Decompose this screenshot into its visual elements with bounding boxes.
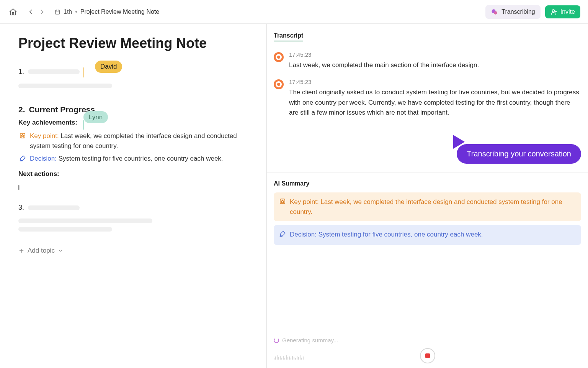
topbar-left: 1th • Project Review Meeting Note	[8, 7, 159, 17]
keypoint-icon	[279, 198, 286, 217]
nav-arrows	[25, 7, 47, 17]
next-actions-label: Next actions:	[18, 170, 248, 178]
placeholder-line	[28, 205, 80, 210]
home-icon[interactable]	[8, 7, 18, 17]
transcript-item[interactable]: 17:45:23 Last week, we completed the mai…	[274, 51, 581, 70]
collab-badge-david: David	[95, 61, 122, 73]
avatar	[274, 79, 284, 89]
generating-status: Generating summay...	[274, 337, 338, 343]
breadcrumb-separator: •	[75, 8, 77, 15]
placeholder-line	[18, 227, 112, 232]
collab-cursor	[83, 120, 84, 130]
stop-icon	[425, 353, 430, 358]
summary-keypoint-card[interactable]: Key point: Last week, we completed the i…	[274, 192, 581, 221]
transcribing-callout: Transcribing your conversation	[457, 144, 581, 164]
transcribing-icon	[491, 8, 498, 16]
svg-point-3	[552, 10, 554, 12]
transcript-text: The client originally asked us to conduc…	[289, 87, 581, 118]
transcript-item[interactable]: 17:45:23 The client originally asked us …	[274, 79, 581, 118]
record-bar	[267, 348, 588, 363]
breadcrumb-folder: 1th	[64, 8, 72, 15]
section-number: 1.	[18, 68, 24, 76]
svg-marker-7	[281, 200, 284, 203]
transcript-time: 17:45:23	[289, 79, 581, 85]
summary-heading: AI Summary	[274, 180, 581, 187]
invite-icon	[550, 8, 557, 15]
decision-row: Decision: System testing for five countr…	[18, 154, 248, 165]
breadcrumb-title: Project Review Meeting Note	[80, 8, 159, 15]
invite-label: Invite	[560, 8, 575, 15]
transcript-panel: Transcript 17:45:23 Last week, we comple…	[267, 24, 588, 172]
calendar-icon	[54, 9, 60, 15]
right-pane: Transcript 17:45:23 Last week, we comple…	[266, 24, 588, 368]
placeholder-line	[18, 219, 152, 223]
section-2: 2. Current Progress Key achievements: Ly…	[18, 105, 248, 192]
text-caret-icon: I	[18, 183, 248, 192]
section-1: 1. David	[18, 67, 248, 88]
summary-decision-card[interactable]: Decision: System testing for five countr…	[274, 225, 581, 245]
add-topic-button[interactable]: Add topic	[18, 247, 248, 255]
chevron-down-icon	[58, 248, 63, 253]
svg-rect-0	[56, 10, 60, 14]
decision-text: System testing for five countries, one c…	[59, 155, 223, 162]
transcribing-label: Transcribing	[501, 8, 535, 15]
keypoint-text: Last week, we completed the interface de…	[30, 132, 237, 150]
keypoint-icon	[19, 132, 26, 151]
collab-badge-lynn: Lynn	[83, 111, 108, 123]
decision-label: Decision:	[30, 155, 57, 162]
doc-title[interactable]: Project Review Meeting Note	[18, 35, 248, 51]
placeholder-line	[18, 84, 112, 88]
spinner-icon	[274, 338, 279, 343]
transcript-heading: Transcript	[274, 32, 303, 41]
stop-record-button[interactable]	[420, 348, 435, 363]
back-icon[interactable]	[25, 7, 36, 17]
transcript-text: Last week, we completed the main section…	[289, 60, 581, 70]
svg-marker-5	[21, 134, 24, 137]
add-topic-label: Add topic	[28, 247, 55, 255]
section-3: 3.	[18, 204, 248, 232]
main: Project Review Meeting Note 1. David 2. …	[0, 24, 588, 368]
transcript-time: 17:45:23	[289, 51, 581, 58]
key-achievements-label: Key achievements:	[18, 119, 77, 127]
invite-button[interactable]: Invite	[545, 5, 580, 18]
collab-cursor	[83, 67, 84, 77]
decision-icon	[279, 230, 286, 240]
transcribing-pill[interactable]: Transcribing	[485, 5, 540, 19]
document-pane[interactable]: Project Review Meeting Note 1. David 2. …	[0, 24, 266, 368]
forward-icon[interactable]	[37, 7, 47, 17]
section-number: 3.	[18, 204, 24, 212]
plus-icon	[18, 248, 24, 254]
generating-text: Generating summay...	[282, 337, 338, 343]
avatar	[274, 52, 284, 62]
topbar: 1th • Project Review Meeting Note Transc…	[0, 0, 588, 24]
keypoint-label: Key point:	[30, 132, 59, 140]
keypoint-row: Key point: Last week, we completed the i…	[18, 131, 248, 151]
section-number: 2.	[18, 105, 25, 114]
summary-keypoint-text: Key point: Last week, we completed the i…	[290, 197, 576, 217]
summary-decision-text: Decision: System testing for five countr…	[290, 230, 483, 240]
topbar-right: Transcribing Invite	[485, 5, 580, 19]
breadcrumb[interactable]: 1th • Project Review Meeting Note	[54, 8, 159, 15]
placeholder-line	[28, 69, 80, 74]
svg-point-2	[494, 11, 497, 14]
summary-panel: AI Summary Key point: Last week, we comp…	[267, 172, 588, 368]
decision-icon	[19, 155, 26, 165]
